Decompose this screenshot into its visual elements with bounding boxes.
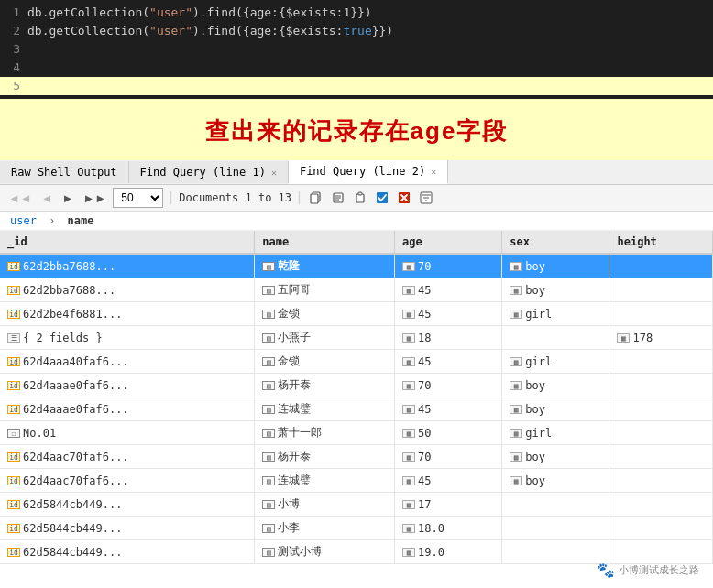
cell-id: id62d4aac70faf6... xyxy=(0,469,255,493)
table-row[interactable]: id62d2bba7688...▤五阿哥▦45▦boy xyxy=(0,278,713,302)
table-row[interactable]: id62d5844cb449...▤测试小博▦19.0 xyxy=(0,540,713,564)
col-height: height xyxy=(609,231,713,254)
cell-age: ▦45 xyxy=(395,469,502,493)
sex-icon: ▦ xyxy=(510,310,522,319)
copy-button-2[interactable] xyxy=(329,190,347,206)
id-icon: id xyxy=(7,548,20,557)
cell-sex: ▦boy xyxy=(502,469,609,493)
nav-first-button[interactable]: ◄◄ xyxy=(5,190,35,207)
tab-raw-shell[interactable]: Raw Shell Output xyxy=(0,161,129,183)
age-icon: ▦ xyxy=(402,381,415,390)
cell-sex xyxy=(502,326,609,350)
cell-height xyxy=(609,493,713,517)
age-icon: ▦ xyxy=(402,429,415,438)
id-icon: id xyxy=(7,476,20,485)
table-row[interactable]: ☰{ 2 fields }▤小燕子▦18▦178 xyxy=(0,326,713,350)
doc-icon: ▤ xyxy=(262,476,275,485)
age-icon: ▦ xyxy=(402,405,415,414)
cell-height: ▦178 xyxy=(609,326,713,350)
cell-height xyxy=(609,421,713,445)
table-row[interactable]: id62d2bba7688...▤乾隆▦70▦boy xyxy=(0,254,713,278)
breadcrumb-field: name xyxy=(68,214,94,227)
svg-rect-7 xyxy=(358,192,362,195)
age-icon: ▦ xyxy=(402,452,415,462)
table-row[interactable]: id62d2be4f6881...▤金锁▦45▦girl xyxy=(0,302,713,326)
cell-height xyxy=(609,254,713,278)
doc-icon: ▤ xyxy=(262,429,275,438)
table-row[interactable]: id62d4aaa40faf6...▤金锁▦45▦girl xyxy=(0,350,713,374)
sex-icon: ▦ xyxy=(510,452,522,462)
code-line-4: 4 xyxy=(0,59,713,77)
age-icon: ▦ xyxy=(402,357,415,366)
cell-id: id62d2bba7688... xyxy=(0,278,255,302)
age-icon: ▦ xyxy=(402,286,415,295)
cell-sex xyxy=(502,517,609,540)
doc-icon: ▤ xyxy=(262,381,275,390)
nav-next-button[interactable]: ► xyxy=(60,190,77,207)
doc-icon: ▤ xyxy=(262,262,275,271)
table-row[interactable]: id62d4aaae0faf6...▤杨开泰▦70▦boy xyxy=(0,374,713,397)
cell-name: ▤小博 xyxy=(255,493,395,517)
age-icon: ▦ xyxy=(402,262,415,271)
cell-height xyxy=(609,540,713,564)
col-sex: sex xyxy=(502,231,609,254)
tab-close-line1[interactable]: ✕ xyxy=(271,168,277,178)
nav-last-button[interactable]: ►► xyxy=(80,190,109,207)
cell-age: ▦70 xyxy=(395,374,502,397)
table-row[interactable]: id62d4aac70faf6...▤杨开泰▦70▦boy xyxy=(0,445,713,469)
age-icon: ▦ xyxy=(402,548,415,557)
cell-id: id62d4aaae0faf6... xyxy=(0,397,255,421)
watermark-text: 小博测试成长之路 xyxy=(619,563,699,577)
cell-name: ▤连城璧 xyxy=(255,469,395,493)
table-row[interactable]: id62d5844cb449...▤小李▦18.0 xyxy=(0,517,713,540)
id-icon: id xyxy=(7,310,20,319)
code-line-3: 3 xyxy=(0,40,713,59)
no-icon: ☐ xyxy=(7,429,20,438)
results-table-container[interactable]: _id name age sex height id62d2bba7688...… xyxy=(0,231,713,588)
cell-sex: ▦boy xyxy=(502,254,609,278)
table-row[interactable]: ☐No.01▤萧十一郎▦50▦girl xyxy=(0,421,713,445)
cell-id: id62d4aaae0faf6... xyxy=(0,374,255,397)
col-name: name xyxy=(255,231,395,254)
cell-age: ▦17 xyxy=(395,493,502,517)
tab-find-query-line1[interactable]: Find Query (line 1) ✕ xyxy=(129,161,289,183)
doc-icon: ▤ xyxy=(262,548,275,557)
cell-id: ☐No.01 xyxy=(0,421,255,445)
breadcrumb-collection[interactable]: user xyxy=(10,214,37,227)
close-button[interactable] xyxy=(395,190,413,206)
paste-button[interactable] xyxy=(351,190,369,206)
age-icon: ▦ xyxy=(402,500,415,509)
annotation-area: 查出来的记录存在age字段 xyxy=(0,99,713,160)
table-row[interactable]: id62d5844cb449...▤小博▦17 xyxy=(0,493,713,517)
age-icon: ▦ xyxy=(402,333,415,343)
tab-close-line2[interactable]: ✕ xyxy=(431,167,436,177)
table-row[interactable]: id62d4aaae0faf6...▤连城璧▦45▦boy xyxy=(0,397,713,421)
cell-height xyxy=(609,278,713,302)
filter-button[interactable] xyxy=(417,190,435,206)
id-icon: id xyxy=(7,524,20,533)
doc-icon: ▤ xyxy=(262,286,275,295)
results-table: _id name age sex height id62d2bba7688...… xyxy=(0,231,713,564)
svg-rect-1 xyxy=(311,194,318,203)
tab-find-query-line2[interactable]: Find Query (line 2) ✕ xyxy=(289,160,448,184)
cell-id: ☰{ 2 fields } xyxy=(0,326,255,350)
cell-id: id62d5844cb449... xyxy=(0,540,255,564)
height-icon: ▦ xyxy=(617,333,630,343)
cell-age: ▦70 xyxy=(395,254,502,278)
cell-age: ▦45 xyxy=(395,278,502,302)
nav-prev-button[interactable]: ◄ xyxy=(38,190,56,207)
id-icon: id xyxy=(7,500,20,509)
doc-icon: ▤ xyxy=(262,357,275,366)
cell-name: ▤小李 xyxy=(255,517,395,540)
page-size-select[interactable]: 50 100 200 xyxy=(113,188,163,208)
cell-sex: ▦boy xyxy=(502,397,609,421)
sex-icon: ▦ xyxy=(510,357,522,366)
query-toolbar: ◄◄ ◄ ► ►► 50 100 200 Documents 1 to 13 xyxy=(0,185,713,212)
check-button[interactable] xyxy=(373,190,391,206)
doc-icon: ▤ xyxy=(262,405,275,414)
doc-icon: ▤ xyxy=(262,310,275,319)
copy-button-1[interactable] xyxy=(307,190,325,206)
id-icon: id xyxy=(7,286,20,295)
table-row[interactable]: id62d4aac70faf6...▤连城璧▦45▦boy xyxy=(0,469,713,493)
bracket-icon: ☰ xyxy=(7,333,20,343)
